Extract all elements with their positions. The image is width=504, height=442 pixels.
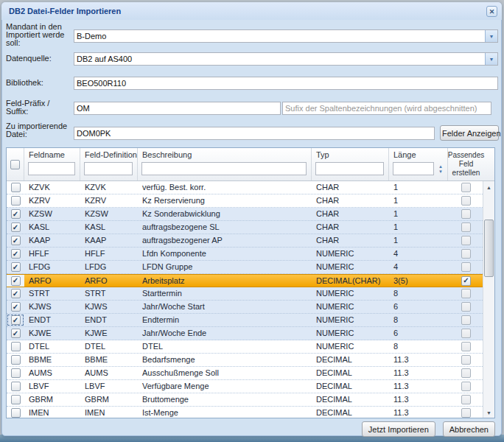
table-row[interactable]: KZRVKZRVKz RerservierungCHAR1 [7, 194, 484, 208]
create-field-checkbox[interactable] [461, 196, 471, 206]
create-field-checkbox[interactable] [461, 355, 471, 365]
row-select-checkbox[interactable] [11, 302, 21, 312]
typ-filter-input[interactable] [315, 162, 384, 175]
row-select-checkbox[interactable] [11, 276, 21, 286]
spinner-down-icon[interactable]: ▼ [438, 169, 443, 174]
table-row[interactable]: ENDTENDTEndterminNUMERIC8 [7, 314, 484, 327]
create-field-checkbox[interactable] [461, 302, 471, 312]
table-row[interactable]: HFLFHFLFLfdn KomponenteNUMERIC4 [7, 248, 484, 261]
table-row[interactable]: ARFOARFOArbeitsplatzDECIMAL(CHAR)3(5) [7, 274, 484, 287]
scrollbar-thumb[interactable] [484, 220, 494, 277]
row-select-checkbox[interactable] [11, 315, 21, 325]
row-select-checkbox[interactable] [11, 249, 21, 259]
cell-beschreibung: Verfügbare Menge [138, 380, 312, 393]
row-select-checkbox[interactable] [11, 209, 21, 219]
table-row[interactable]: KZSWKZSWKz SonderabwicklungCHAR1 [7, 208, 484, 221]
abbrechen-button[interactable]: Abbrechen [443, 421, 495, 437]
create-field-checkbox[interactable] [461, 289, 471, 298]
beschreibung-filter-input[interactable] [141, 162, 307, 175]
grid-vertical-scrollbar[interactable]: ▲ ▼ [483, 181, 494, 418]
create-field-checkbox[interactable] [461, 276, 471, 286]
mandant-combobox-input[interactable] [74, 29, 498, 43]
create-field-checkbox[interactable] [461, 209, 471, 219]
cell-laenge: 11.3 [389, 407, 448, 418]
create-field-checkbox[interactable] [461, 262, 471, 272]
scroll-down-icon[interactable]: ▼ [483, 407, 494, 418]
create-field-checkbox[interactable] [461, 329, 471, 338]
scroll-up-icon[interactable]: ▲ [483, 181, 494, 193]
bibliothek-input[interactable] [74, 77, 498, 90]
column-header-feld-definition[interactable]: Feld-Definition [80, 148, 138, 180]
close-icon[interactable]: ✕ [486, 6, 497, 17]
felder-anzeigen-button[interactable]: Felder Anzeigen [440, 125, 499, 141]
feld-suffix-input[interactable] [282, 102, 491, 115]
row-select-checkbox[interactable] [11, 342, 21, 351]
row-select-cell [7, 194, 24, 207]
create-field-checkbox[interactable] [461, 222, 471, 232]
create-field-checkbox[interactable] [461, 183, 471, 192]
row-select-checkbox[interactable] [11, 196, 21, 206]
create-field-checkbox[interactable] [461, 382, 471, 391]
row-select-checkbox[interactable] [11, 368, 21, 378]
spinner-up-icon[interactable]: ▲ [438, 164, 443, 169]
feld-definition-filter-input[interactable] [84, 162, 133, 175]
row-select-checkbox[interactable] [11, 382, 21, 391]
table-row[interactable]: STRTSTRTStartterminNUMERIC8 [7, 287, 484, 301]
create-field-checkbox[interactable] [461, 315, 471, 325]
datenquelle-combobox-trigger[interactable]: ▼ [485, 53, 497, 65]
table-row[interactable]: IMENIMENIst-MengeDECIMAL11.3 [7, 407, 484, 418]
create-field-checkbox[interactable] [461, 342, 471, 351]
import-datei-input[interactable] [74, 127, 435, 140]
column-header-feldname[interactable]: Feldname [24, 148, 80, 180]
row-select-checkbox[interactable] [11, 408, 21, 418]
mandant-combobox-trigger[interactable]: ▼ [485, 30, 497, 42]
create-field-checkbox[interactable] [461, 395, 471, 404]
cell-passendes-feld [448, 407, 484, 418]
table-row[interactable]: KAAPKAAPauftragsbezogener APCHAR1 [7, 234, 484, 248]
row-select-checkbox[interactable] [11, 183, 21, 192]
table-row[interactable]: AUMSAUMSAusschußmenge SollDECIMAL11.3 [7, 367, 484, 380]
create-field-checkbox[interactable] [461, 408, 471, 418]
table-row[interactable]: KZVKKZVKverfüg. Best. korr.CHAR1 [7, 181, 484, 194]
create-field-checkbox[interactable] [461, 236, 471, 245]
row-select-checkbox[interactable] [11, 329, 21, 338]
row-select-checkbox[interactable] [11, 395, 21, 404]
column-header-typ[interactable]: Typ [312, 148, 389, 180]
table-row[interactable]: LFDGLFDGLFDN GruppeNUMERIC4 [7, 261, 484, 274]
create-field-checkbox[interactable] [461, 249, 471, 259]
table-row[interactable]: KASLKASLauftragsbezogene SLCHAR1 [7, 221, 484, 234]
table-row[interactable]: KJWEKJWEJahr/Woche EndeNUMERIC6 [7, 327, 484, 340]
cell-laenge: 1 [389, 234, 448, 247]
column-header-laenge[interactable]: Länge ▲ ▼ [389, 148, 448, 180]
feld-praefix-input[interactable] [74, 102, 281, 115]
jetzt-importieren-button[interactable]: Jetzt Importieren [362, 421, 435, 437]
table-row[interactable]: KJWSKJWSJahr/Woche StartNUMERIC6 [7, 301, 484, 314]
row-select-cell [7, 181, 24, 194]
laenge-filter-spinner[interactable]: ▲ ▼ [437, 163, 444, 175]
row-select-checkbox[interactable] [11, 289, 21, 298]
laenge-filter-input[interactable] [393, 162, 434, 175]
row-select-checkbox[interactable] [11, 355, 21, 365]
datenquelle-combobox[interactable]: ▼ [74, 52, 498, 66]
cell-passendes-feld [448, 327, 484, 340]
row-select-checkbox[interactable] [11, 236, 21, 245]
table-row[interactable]: DTELDTELDTELNUMERIC8 [7, 340, 484, 354]
cell-typ: CHAR [312, 194, 389, 207]
feldname-filter-input[interactable] [28, 162, 75, 175]
mandant-combobox[interactable]: ▼ [74, 29, 498, 43]
cell-beschreibung: Bruttomenge [138, 393, 312, 406]
cell-laenge: 8 [389, 340, 448, 353]
cell-beschreibung: Kz Sonderabwicklung [138, 208, 312, 220]
table-row[interactable]: GBRMGBRMBruttomengeDECIMAL11.3 [7, 393, 484, 407]
datenquelle-combobox-input[interactable] [74, 52, 498, 66]
create-field-checkbox[interactable] [461, 368, 471, 378]
cell-typ: DECIMAL(CHAR) [312, 275, 389, 287]
row-select-checkbox[interactable] [11, 222, 21, 232]
table-row[interactable]: LBVFLBVFVerfügbare MengeDECIMAL11.3 [7, 380, 484, 393]
column-header-passendes-feld[interactable]: Passendes Feld erstellen [448, 148, 484, 180]
table-row[interactable]: BBMEBBMEBedarfsmengeDECIMAL11.3 [7, 354, 484, 367]
select-all-checkbox[interactable] [10, 160, 20, 169]
row-select-checkbox[interactable] [11, 262, 21, 272]
cell-beschreibung: auftragsbezogene SL [138, 221, 312, 234]
column-header-beschreibung[interactable]: Beschreibung [138, 148, 312, 180]
